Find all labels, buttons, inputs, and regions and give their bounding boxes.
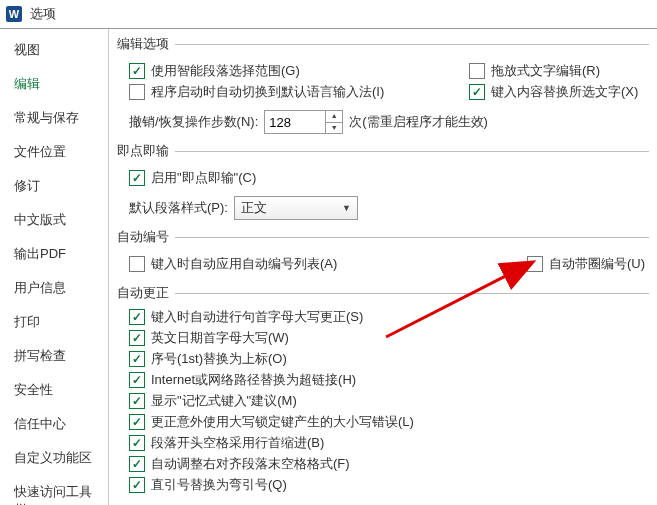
checkbox-label: 自动带圈编号(U): [549, 255, 645, 273]
app-logo: W: [6, 6, 22, 22]
checkbox-adjust-align-spaces[interactable]: 自动调整右对齐段落末空格格式(F): [129, 455, 649, 473]
checkbox-english-date-caps[interactable]: 英文日期首字母大写(W): [129, 329, 649, 347]
chevron-down-icon: ▼: [342, 203, 351, 213]
checkbox-label: 段落开头空格采用行首缩进(B): [151, 434, 324, 452]
spinner-up-icon[interactable]: ▲: [326, 111, 342, 123]
sidebar-item-spellcheck[interactable]: 拼写检查: [0, 339, 108, 373]
checkbox-capitalize-sentence[interactable]: 键入时自动进行句首字母大写更正(S): [129, 308, 649, 326]
checkbox-label: 使用智能段落选择范围(G): [151, 62, 300, 80]
main-panel: 编辑选项 使用智能段落选择范围(G) 程序启动时自动切换到默认语言输入法(I): [109, 29, 657, 505]
group-title-auto-number: 自动编号: [117, 228, 169, 246]
checkbox-internet-hyperlink[interactable]: Internet或网络路径替换为超链接(H): [129, 371, 649, 389]
checkbox-label: 拖放式文字编辑(R): [491, 62, 600, 80]
checkbox-smart-paragraph[interactable]: 使用智能段落选择范围(G): [129, 62, 469, 80]
checkbox-label: 显示"记忆式键入"建议(M): [151, 392, 297, 410]
checkbox-enable-click-type[interactable]: 启用"即点即输"(C): [129, 169, 256, 187]
sidebar-item-security[interactable]: 安全性: [0, 373, 108, 407]
checkbox-label: 自动调整右对齐段落末空格格式(F): [151, 455, 350, 473]
checkbox-label: 直引号替换为弯引号(Q): [151, 476, 287, 494]
checkbox-label: 键入时自动进行句首字母大写更正(S): [151, 308, 363, 326]
checkbox-icon: [527, 256, 543, 272]
group-title-click-type: 即点即输: [117, 142, 169, 160]
group-title-edit-options: 编辑选项: [117, 35, 169, 53]
sidebar-item-chinese-layout[interactable]: 中文版式: [0, 203, 108, 237]
checkbox-icon: [129, 435, 145, 451]
checkbox-replace-selected[interactable]: 键入内容替换所选文字(X): [469, 83, 649, 101]
checkbox-icon: [129, 477, 145, 493]
checkbox-icon: [129, 414, 145, 430]
checkbox-label: Internet或网络路径替换为超链接(H): [151, 371, 356, 389]
checkbox-auto-circled-number[interactable]: 自动带圈编号(U): [527, 255, 645, 273]
checkbox-label: 英文日期首字母大写(W): [151, 329, 289, 347]
checkbox-icon: [129, 393, 145, 409]
undo-steps-label: 撤销/恢复操作步数(N):: [129, 113, 258, 131]
divider: [175, 44, 649, 45]
checkbox-memory-suggest[interactable]: 显示"记忆式键入"建议(M): [129, 392, 649, 410]
sidebar: 视图 编辑 常规与保存 文件位置 修订 中文版式 输出PDF 用户信息 打印 拼…: [0, 29, 109, 505]
undo-steps-input[interactable]: [265, 111, 325, 133]
checkbox-label: 键入内容替换所选文字(X): [491, 83, 638, 101]
checkbox-icon: [129, 456, 145, 472]
sidebar-item-edit[interactable]: 编辑: [0, 67, 108, 101]
group-title-auto-correct: 自动更正: [117, 284, 169, 302]
checkbox-straight-to-curly[interactable]: 直引号替换为弯引号(Q): [129, 476, 649, 494]
undo-steps-suffix: 次(需重启程序才能生效): [349, 113, 488, 131]
checkbox-icon: [129, 63, 145, 79]
sidebar-item-output-pdf[interactable]: 输出PDF: [0, 237, 108, 271]
sidebar-item-user-info[interactable]: 用户信息: [0, 271, 108, 305]
window-title: 选项: [30, 5, 56, 23]
checkbox-label: 启用"即点即输"(C): [151, 169, 256, 187]
checkbox-icon: [129, 330, 145, 346]
sidebar-item-quick-access[interactable]: 快速访问工具栏: [0, 475, 108, 505]
title-bar: W 选项: [0, 0, 657, 29]
checkbox-icon: [129, 372, 145, 388]
sidebar-item-file-location[interactable]: 文件位置: [0, 135, 108, 169]
sidebar-item-general-save[interactable]: 常规与保存: [0, 101, 108, 135]
checkbox-icon: [129, 84, 145, 100]
checkbox-caps-lock-misuse[interactable]: 更正意外使用大写锁定键产生的大小写错误(L): [129, 413, 649, 431]
divider: [175, 237, 649, 238]
checkbox-label: 键入时自动应用自动编号列表(A): [151, 255, 337, 273]
divider: [175, 151, 649, 152]
checkbox-icon: [129, 256, 145, 272]
checkbox-label: 序号(1st)替换为上标(O): [151, 350, 287, 368]
checkbox-ordinal-superscript[interactable]: 序号(1st)替换为上标(O): [129, 350, 649, 368]
sidebar-item-revision[interactable]: 修订: [0, 169, 108, 203]
checkbox-icon: [469, 63, 485, 79]
sidebar-item-view[interactable]: 视图: [0, 33, 108, 67]
checkbox-icon: [129, 170, 145, 186]
checkbox-drag-text[interactable]: 拖放式文字编辑(R): [469, 62, 649, 80]
spinner-down-icon[interactable]: ▼: [326, 123, 342, 134]
checkbox-auto-number-list[interactable]: 键入时自动应用自动编号列表(A): [129, 255, 469, 273]
sidebar-item-print[interactable]: 打印: [0, 305, 108, 339]
checkbox-icon: [469, 84, 485, 100]
checkbox-startup-default-ime[interactable]: 程序启动时自动切换到默认语言输入法(I): [129, 83, 469, 101]
sidebar-item-trust-center[interactable]: 信任中心: [0, 407, 108, 441]
divider: [175, 293, 649, 294]
sidebar-item-custom-ribbon[interactable]: 自定义功能区: [0, 441, 108, 475]
checkbox-icon: [129, 309, 145, 325]
select-value: 正文: [241, 199, 267, 217]
checkbox-label: 程序启动时自动切换到默认语言输入法(I): [151, 83, 384, 101]
checkbox-icon: [129, 351, 145, 367]
default-para-select[interactable]: 正文 ▼: [234, 196, 358, 220]
checkbox-label: 更正意外使用大写锁定键产生的大小写错误(L): [151, 413, 414, 431]
default-para-label: 默认段落样式(P):: [129, 199, 228, 217]
checkbox-para-start-indent[interactable]: 段落开头空格采用行首缩进(B): [129, 434, 649, 452]
undo-steps-spinner[interactable]: ▲ ▼: [264, 110, 343, 134]
